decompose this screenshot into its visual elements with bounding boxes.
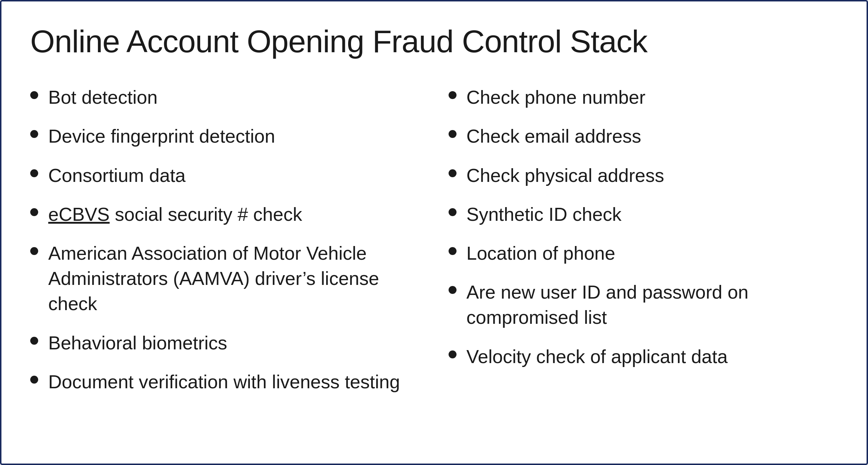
bullet-dot (30, 208, 38, 216)
bullet-text-ecbvs: eCBVS social security # check (48, 202, 420, 227)
list-item-synthetic-id: Synthetic ID check (449, 202, 838, 227)
bullet-text: Synthetic ID check (467, 202, 838, 227)
bullet-text: Location of phone (467, 241, 838, 266)
list-item: Consortium data (30, 163, 420, 188)
bullet-text: Device fingerprint detection (48, 124, 420, 149)
list-item-document: Document verification with liveness test… (30, 369, 420, 394)
bullet-text: Velocity check of applicant data (467, 344, 838, 369)
content-columns: Bot detection Device fingerprint detecti… (30, 85, 838, 442)
bullet-dot (30, 337, 38, 345)
list-item-behavioral: Behavioral biometrics (30, 330, 420, 356)
ecbvs-suffix: social security # check (110, 204, 302, 225)
ecbvs-underline-text: eCBVS (48, 204, 110, 225)
bullet-text: Are new user ID and password on compromi… (467, 280, 838, 330)
bullet-dot (449, 208, 457, 216)
bullet-dot (449, 286, 457, 294)
bullet-dot (449, 91, 457, 99)
list-item-aamva: American Association of Motor Vehicle Ad… (30, 241, 420, 317)
bullet-text: Check physical address (467, 163, 838, 188)
bullet-text: Bot detection (48, 85, 420, 110)
bullet-text: Consortium data (48, 163, 420, 188)
bullet-text: Check email address (467, 124, 838, 149)
bullet-dot (30, 91, 38, 99)
bullet-dot (449, 247, 457, 255)
list-item-check-phone: Check phone number (449, 85, 838, 110)
list-item-location-phone: Location of phone (449, 241, 838, 266)
slide-title: Online Account Opening Fraud Control Sta… (30, 23, 838, 59)
bullet-dot (449, 350, 457, 358)
right-column: Check phone number Check email address C… (449, 85, 838, 442)
bullet-dot (30, 247, 38, 255)
list-item: Bot detection (30, 85, 420, 110)
slide-container: Online Account Opening Fraud Control Sta… (0, 0, 868, 465)
bullet-text: Check phone number (467, 85, 838, 110)
list-item-ecbvs: eCBVS social security # check (30, 202, 420, 227)
list-item: Device fingerprint detection (30, 124, 420, 149)
list-item-compromised: Are new user ID and password on compromi… (449, 280, 838, 330)
bullet-text: Document verification with liveness test… (48, 369, 420, 394)
bullet-dot (449, 130, 457, 138)
bullet-dot (30, 130, 38, 138)
bullet-text: Behavioral biometrics (48, 330, 420, 356)
list-item-check-email: Check email address (449, 124, 838, 149)
bullet-dot (30, 376, 38, 384)
bullet-dot (30, 169, 38, 177)
left-column: Bot detection Device fingerprint detecti… (30, 85, 420, 442)
bullet-text: American Association of Motor Vehicle Ad… (48, 241, 420, 317)
list-item-velocity: Velocity check of applicant data (449, 344, 838, 369)
list-item-check-physical: Check physical address (449, 163, 838, 188)
bullet-dot (449, 169, 457, 177)
